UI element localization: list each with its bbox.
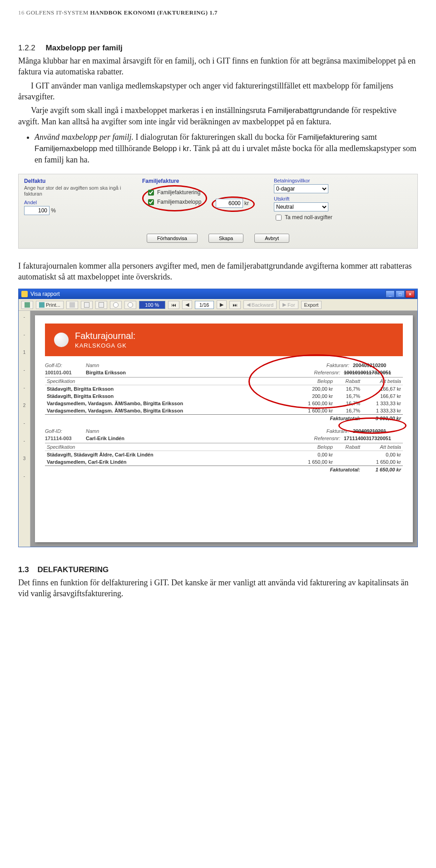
table-row: Städavgift, Birgitta Eriksson200,00 kr16… [45, 385, 403, 393]
invoice-record: Golf-ID: Namn Fakturanr: 200409210200 10… [45, 363, 403, 422]
table-row: Vardagsmedlem, Vardagsm. ÄM/Sambo, Birgi… [45, 400, 403, 407]
banner-subtitle: KARLSKOGA GK [75, 342, 135, 349]
field-label: Utskrift [274, 196, 356, 201]
report-page: Fakturajournal: KARLSKOGA GK Golf-ID: Na… [35, 315, 413, 542]
avbryt-button[interactable]: Avbryt [254, 234, 289, 243]
window-title: Visa rapport [30, 291, 59, 297]
header-right: HANDBOK EKONOMI (FAKTURERING) 1.7 [90, 9, 218, 16]
hint-text: Ange hur stor del av avgiften som ska in… [24, 185, 129, 197]
section-title: Maxbelopp per familj [46, 44, 123, 52]
window-icon [21, 291, 28, 297]
minimize-button[interactable]: _ [386, 290, 395, 298]
layout-icon [99, 302, 104, 308]
paragraph: I fakturajournalen kommer alla personers… [18, 260, 418, 283]
first-page-button[interactable]: ⏮ [168, 301, 179, 309]
table-row: Städavgift, Birgitta Eriksson200,00 kr16… [45, 392, 403, 400]
vertical-ruler: --1--2--3- [19, 311, 30, 547]
forhandsvisa-button[interactable]: Förhandsvisa [147, 234, 198, 243]
skapa-button[interactable]: Skapa [208, 234, 243, 243]
layout-icon [84, 302, 89, 308]
print-button[interactable]: Print... [36, 301, 64, 309]
table-total-row: Fakturatotal:3 000,00 kr [45, 415, 403, 422]
report-banner: Fakturajournal: KARLSKOGA GK [45, 324, 403, 356]
list-item: Använd maxbelopp per familj. I dialogrut… [35, 132, 418, 165]
golf-ball-icon [54, 333, 69, 347]
paragraph: Varje avgift som skall ingå i maxbeloppe… [18, 105, 418, 127]
forward-button[interactable]: ▶ For [279, 300, 298, 309]
maxbelopp-input[interactable] [216, 199, 243, 208]
zoom-out-button[interactable] [110, 301, 122, 309]
unit-label: % [51, 207, 56, 214]
backward-button[interactable]: ◀ Backward [243, 300, 277, 309]
toolbar-layout2-button[interactable] [95, 301, 107, 309]
invoice-record: Golf-ID: Namn Fakturanr: 200409210201 17… [45, 428, 403, 473]
table-row: Vardagsmedlem, Carl-Erik Lindén1 650,00 … [45, 458, 403, 466]
toolbar-copy-button[interactable] [66, 301, 78, 309]
checkbox-input[interactable] [148, 190, 154, 196]
paragraph: I GIT använder man vanliga medlemskapsty… [18, 80, 418, 103]
section-number: 1.2.2 [18, 44, 35, 52]
field-label: Betalningsvillkor [274, 178, 356, 183]
unit-label: kr [244, 200, 249, 206]
checkbox-familjefakturering[interactable]: Familjefakturering [146, 188, 201, 197]
banner-title: Fakturajournal: [75, 331, 135, 341]
copy-icon [69, 302, 75, 308]
checkbox-input[interactable] [148, 199, 154, 205]
zoom-select[interactable] [139, 301, 165, 309]
paragraph: Många klubbar har en maximal årsavgift f… [18, 55, 418, 78]
toolbar-layout1-button[interactable] [81, 301, 93, 309]
screenshot-form-delfaktu: Delfaktu Ange hur stor del av avgiften s… [18, 174, 418, 249]
report-toolbar: Print... ⏮ ◀ ▶ ⏭ ◀ Backward ▶ For Export [19, 299, 417, 311]
prev-page-button[interactable]: ◀ [182, 300, 192, 309]
betalningsvillkor-select[interactable]: 0-dagar [274, 184, 328, 193]
checkbox-input[interactable] [276, 215, 282, 221]
group-label: Delfaktu [24, 178, 129, 184]
page-number: 16 [18, 9, 25, 16]
paragraph: Det finns en funktion för delfakturering… [18, 577, 418, 599]
table-row: Vardagsmedlem, Vardagsm. ÄM/Sambo, Birgi… [45, 407, 403, 415]
andel-input[interactable] [24, 206, 50, 215]
group-label: Familjefakture [142, 178, 260, 184]
toolbar-home-button[interactable] [21, 301, 33, 309]
utskrift-select[interactable]: Neutral [274, 202, 328, 211]
page-field[interactable] [195, 301, 214, 309]
section-heading: 1.3 DELFAKTURERING [18, 565, 418, 574]
next-page-button[interactable]: ▶ [217, 300, 227, 309]
page-icon [25, 302, 30, 308]
table-total-row: Fakturatotal:1 650,00 kr [45, 466, 403, 474]
zoom-in-icon [128, 302, 133, 308]
page-header: 16 GOLFENS IT-SYSTEM HANDBOK EKONOMI (FA… [18, 9, 418, 16]
zoom-out-icon [113, 302, 119, 308]
maximize-button[interactable]: □ [396, 290, 405, 298]
table-row: Städavgift, Städavgift Äldre, Carl-Erik … [45, 451, 403, 459]
section-title: DELFAKTURERING [37, 565, 109, 574]
zoom-in-button[interactable] [124, 301, 136, 309]
print-icon [39, 302, 45, 308]
checkbox-noll-avgifter[interactable]: Ta med noll-avgifter [274, 213, 356, 222]
invoice-table: Specifikation Belopp Rabatt Att betala S… [45, 377, 403, 422]
close-button[interactable]: × [406, 290, 415, 298]
section-heading: 1.2.2 Maxbelopp per familj [18, 44, 418, 53]
checkbox-familjemaxbelopp[interactable]: Familjemaxbelopp [146, 198, 201, 206]
header-left: GOLFENS IT-SYSTEM [26, 9, 89, 16]
last-page-button[interactable]: ⏭ [229, 301, 241, 309]
screenshot-report-window: Visa rapport _ □ × Print... ⏮ ◀ ▶ ⏭ ◀ Ba… [18, 289, 418, 547]
export-button[interactable]: Export [301, 301, 322, 309]
invoice-table: Specifikation Belopp Rabatt Att betala S… [45, 443, 403, 473]
field-label: Andel [24, 200, 129, 205]
section-number: 1.3 [18, 565, 29, 574]
window-titlebar: Visa rapport _ □ × [19, 289, 417, 299]
